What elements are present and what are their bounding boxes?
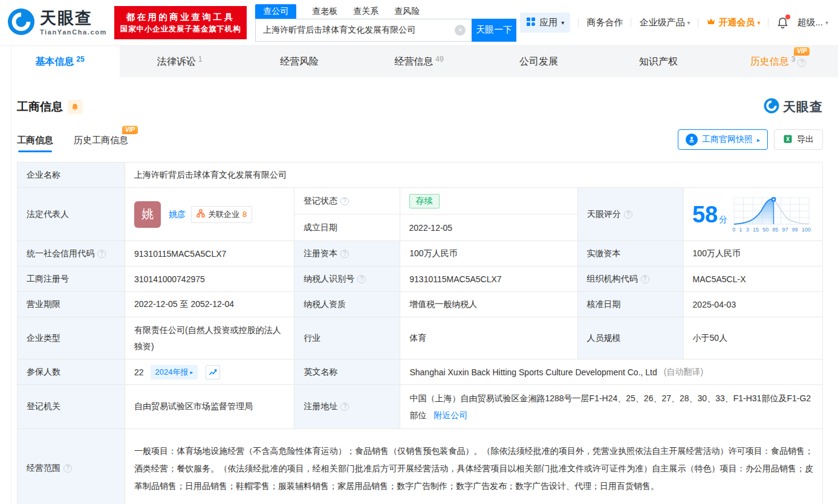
nearby-companies-link[interactable]: 附近公司: [434, 410, 467, 420]
notification-bell-icon[interactable]: [776, 16, 789, 29]
nav-enterprise-products[interactable]: 企业级产品 ▾: [639, 17, 690, 28]
vip-badge: VIP: [794, 47, 810, 56]
help-icon[interactable]: ?: [340, 402, 349, 411]
search-tab-relation[interactable]: 查关系: [353, 4, 378, 19]
official-snapshot-button[interactable]: 工商官网快照 ▸: [678, 129, 768, 150]
search-tab-boss[interactable]: 查老板: [312, 4, 337, 19]
help-icon[interactable]: ?: [797, 59, 806, 67]
chevron-right-icon: ▸: [757, 137, 760, 143]
search-input[interactable]: [255, 19, 472, 42]
vip-badge: VIP: [122, 126, 138, 134]
search-tab-company[interactable]: 查公司: [255, 4, 296, 19]
field-label: 登记机关: [27, 401, 60, 412]
company-type-value: 有限责任公司(自然人投资或控股的法人独资): [134, 317, 285, 359]
score-value: 58: [692, 203, 718, 226]
help-icon[interactable]: ?: [357, 275, 366, 283]
paid-capital-value: 100万人民币: [693, 248, 741, 259]
tab-label: 知识产权: [639, 56, 678, 68]
taxpayer-id-value: 91310115MAC5A5CLX7: [409, 274, 501, 284]
subtab-history-registration[interactable]: 历史工商信息 VIP: [74, 135, 128, 152]
apps-menu[interactable]: 应用 ▾: [520, 13, 570, 33]
table-row: 工商注册号 310141000742975 纳税人识别号? 91310115MA…: [18, 267, 822, 292]
help-icon[interactable]: ?: [97, 250, 106, 258]
tab-label: 经营风险: [280, 56, 319, 68]
insured-count-value: 22: [134, 367, 144, 377]
field-label: 纳税人识别号: [304, 274, 354, 285]
field-label: 英文名称: [304, 367, 337, 378]
open-vip-button[interactable]: 开通会员 ▾: [706, 17, 760, 28]
annual-report-chip[interactable]: 2024年报 ▸: [151, 365, 198, 380]
nav-cooperation[interactable]: 商务合作: [586, 17, 623, 28]
tab-operation-risk[interactable]: 经营风险: [239, 46, 359, 77]
search-tab-risk[interactable]: 查风险: [394, 4, 420, 19]
nav-divider: [698, 18, 698, 27]
tianyancha-page: 天眼查 TianYanCha.com 都在用的商业查询工具 国家中小企业发展子基…: [0, 0, 838, 504]
tianyancha-swirl-icon: [764, 98, 779, 116]
notification-dot: [785, 15, 790, 19]
industry-value: 体育: [409, 333, 426, 344]
field-label: 人员规模: [587, 333, 621, 344]
top-header: 天眼查 TianYanCha.com 都在用的商业查询工具 国家中小企业发展子基…: [0, 0, 838, 46]
related-companies-chip[interactable]: 关联企业 8: [191, 206, 252, 223]
chevron-down-icon: ▾: [561, 19, 564, 26]
tab-intellectual-property[interactable]: 知识产权: [599, 46, 718, 77]
help-icon[interactable]: ?: [340, 197, 349, 205]
reg-number-value: 310141000742975: [134, 274, 205, 284]
table-row: 法定代表人 姚 姚彦 关联企业 8 登记状态? 存续: [18, 188, 822, 241]
related-companies-count: 8: [242, 210, 247, 219]
help-icon[interactable]: ?: [340, 250, 349, 258]
logo-title: 天眼查: [40, 10, 107, 27]
watermark-label: 天眼查: [783, 99, 823, 115]
subscribe-bell-icon[interactable]: [68, 100, 82, 114]
field-label: 实缴资本: [587, 248, 621, 259]
tianyancha-swirl-icon: [7, 8, 35, 38]
header-nav: 应用 ▾ 商务合作 企业级产品 ▾ 开通会员 ▾: [520, 13, 828, 33]
subtab-business-registration[interactable]: 工商信息: [17, 135, 53, 152]
nav-super-vip[interactable]: 超级... ▾: [797, 17, 828, 28]
help-icon[interactable]: ?: [63, 464, 72, 473]
chevron-down-icon: ▾: [825, 19, 828, 26]
org-chart-icon: [197, 209, 205, 219]
tianyancha-logo[interactable]: 天眼查 TianYanCha.com: [7, 8, 107, 38]
table-row: 统一社会信用代码? 91310115MAC5A5CLX7 注册资本? 100万人…: [18, 241, 822, 267]
field-label: 登记状态: [304, 196, 337, 207]
business-info-table: 企业名称 上海许昕背后击球体育文化发展有限公司 法定代表人 姚 姚彦 关联企业 …: [17, 162, 823, 504]
export-label: 导出: [797, 134, 814, 145]
company-name-value: 上海许昕背后击球体育文化发展有限公司: [134, 170, 287, 181]
tab-label: 公司发展: [519, 56, 558, 68]
header-search: 查公司 查老板 查关系 查风险 × 天眼一下: [255, 4, 516, 42]
search-button[interactable]: 天眼一下: [472, 19, 516, 42]
tab-history-info[interactable]: 历史信息 3 ? VIP: [718, 46, 838, 77]
stamp-icon: [686, 134, 698, 146]
table-row: 登记机关 自由贸易试验区市场监督管理局 注册地址? 中国（上海）自由贸易试验区金…: [18, 385, 822, 429]
trend-chart-icon[interactable]: [206, 365, 220, 380]
help-icon[interactable]: ?: [624, 210, 632, 219]
logo-domain: TianYanCha.com: [40, 29, 107, 36]
tab-count: 3: [791, 55, 796, 63]
tab-basic-info[interactable]: 基本信息 25: [0, 46, 120, 77]
field-label: 注册地址: [304, 401, 337, 412]
nav-super-vip-label: 超级...: [797, 17, 823, 28]
field-label: 统一社会信用代码: [27, 248, 94, 259]
reg-capital-value: 100万人民币: [409, 248, 457, 259]
auto-translate-note: (自动翻译): [664, 367, 703, 378]
chevron-right-icon: ▸: [190, 369, 193, 375]
table-row: 营业期限 2022-12-05 至 2052-12-04 纳税人资质 增值税一般…: [18, 292, 822, 317]
status-date-block: 登记状态? 存续 成立日期 2022-12-05: [294, 188, 578, 241]
staff-size-value: 小于50人: [693, 333, 728, 344]
credit-code-value: 91310115MAC5A5CLX7: [134, 249, 226, 259]
export-button[interactable]: 导出: [774, 129, 823, 150]
help-icon[interactable]: ?: [641, 275, 649, 283]
promo-banner: 都在用的商业查询工具 国家中小企业发展子基金旗下机构: [114, 6, 247, 40]
tab-company-development[interactable]: 公司发展: [479, 46, 599, 77]
tab-legal-litigation[interactable]: 法律诉讼 1: [120, 46, 239, 77]
legal-rep-link[interactable]: 姚彦: [169, 209, 186, 220]
reg-authority-value: 自由贸易试验区市场监督管理局: [134, 401, 253, 412]
score-unit: 分: [719, 215, 727, 225]
basic-info-content: 工商信息 天眼查 工商信息 历史工商信息 VIP: [0, 77, 838, 504]
search-clear-icon[interactable]: ×: [455, 25, 466, 36]
taxpayer-quality-value: 增值税一般纳税人: [409, 299, 477, 310]
tab-label: 经营信息: [394, 56, 433, 68]
field-label: 企业名称: [27, 170, 60, 181]
tab-business-info[interactable]: 经营信息 49: [359, 46, 479, 77]
